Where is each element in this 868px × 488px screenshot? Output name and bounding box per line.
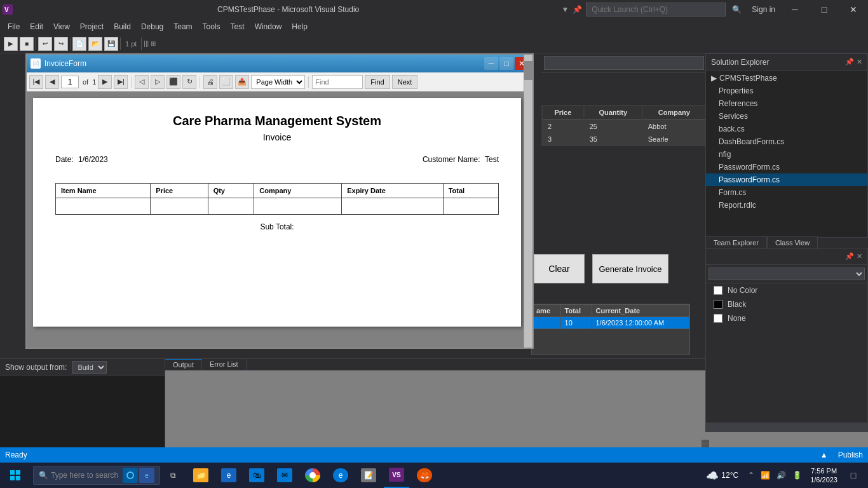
- toolbar-btn-new[interactable]: 📄: [72, 37, 86, 51]
- color-item-none[interactable]: None: [706, 311, 867, 325]
- toolbar-btn-open[interactable]: 📂: [88, 37, 102, 51]
- menu-debug[interactable]: Debug: [136, 21, 168, 32]
- price-quantity-table: Price Quantity Company 2 25 Abbot 3 35 S…: [541, 105, 707, 146]
- menu-edit[interactable]: Edit: [25, 21, 48, 32]
- restore-button[interactable]: □: [810, 0, 839, 19]
- find-input[interactable]: [312, 75, 363, 89]
- vs-app-icon: V: [0, 0, 15, 19]
- taskbar-ie[interactable]: e: [328, 463, 353, 488]
- menu-help[interactable]: Help: [287, 21, 313, 32]
- tab-team-explorer[interactable]: Team Explorer: [705, 236, 767, 249]
- quick-launch-input[interactable]: [586, 3, 726, 17]
- print-btn[interactable]: 🖨: [203, 75, 217, 89]
- sol-item-8[interactable]: PasswordForm.cs: [706, 173, 867, 186]
- taskbar-vs[interactable]: VS: [384, 463, 409, 488]
- pin-icon: 📌: [573, 5, 582, 14]
- menu-view[interactable]: View: [48, 21, 75, 32]
- tab-error-list[interactable]: Error List: [202, 359, 247, 370]
- sol-item-1[interactable]: Properties: [706, 85, 867, 97]
- sol-item-7[interactable]: PasswordForm.cs: [706, 161, 867, 173]
- menu-project[interactable]: Project: [75, 21, 109, 32]
- nav-prev[interactable]: ◀: [45, 75, 59, 89]
- toolbar-btn-1[interactable]: ▶: [4, 37, 18, 51]
- output-source-select[interactable]: Build: [72, 361, 107, 374]
- find-button[interactable]: Find: [365, 75, 390, 89]
- generate-invoice-button[interactable]: Generate Invoice: [592, 254, 668, 283]
- sol-item-6[interactable]: nfig: [706, 148, 867, 161]
- signin-button[interactable]: Sign in: [747, 5, 780, 14]
- weather-widget[interactable]: ☁️ 12°C: [702, 470, 742, 482]
- taskbar-store[interactable]: 🛍: [244, 463, 269, 488]
- zoom-select[interactable]: Page Width 100% 75%: [251, 75, 305, 89]
- nav-back[interactable]: ◁: [135, 75, 149, 89]
- props-pin[interactable]: 📌: [845, 252, 854, 261]
- nav-next-page[interactable]: ▶: [98, 75, 112, 89]
- tab-output[interactable]: Output: [165, 359, 202, 370]
- layout-btn[interactable]: ⬜: [219, 75, 233, 89]
- properties-search[interactable]: [544, 56, 704, 70]
- menu-build[interactable]: Build: [109, 21, 136, 32]
- sol-item-4[interactable]: back.cs: [706, 123, 867, 135]
- table-row[interactable]: 2 25 Abbot: [543, 121, 705, 132]
- stop-btn[interactable]: ⬛: [166, 75, 180, 89]
- menu-test[interactable]: Test: [226, 21, 250, 32]
- toolbar-btn-2[interactable]: ■: [20, 37, 34, 51]
- toolbar-btn-undo[interactable]: ↩: [38, 37, 52, 51]
- sol-item-0[interactable]: ▶ CPMSTestPhase: [706, 72, 867, 85]
- minimize-button[interactable]: ─: [780, 0, 810, 19]
- taskbar-firefox[interactable]: 🦊: [412, 463, 437, 488]
- taskbar-mail[interactable]: ✉: [272, 463, 297, 488]
- tray-network[interactable]: 📶: [759, 471, 772, 480]
- cell-price: 3: [543, 133, 583, 145]
- page-number-input[interactable]: [61, 76, 79, 88]
- sol-item-2[interactable]: References: [706, 97, 867, 110]
- menu-file[interactable]: File: [3, 21, 25, 32]
- nav-last[interactable]: ▶|: [114, 75, 128, 89]
- toolbar-btn-save[interactable]: 💾: [104, 37, 118, 51]
- props-dropdown[interactable]: [709, 268, 865, 280]
- invoice-data-row[interactable]: 10 1/6/2023 12:00:00 AM: [532, 317, 689, 329]
- menu-team[interactable]: Team: [168, 21, 197, 32]
- tray-battery[interactable]: 🔋: [790, 471, 804, 480]
- clear-button[interactable]: Clear: [534, 254, 585, 283]
- tray-up-arrow[interactable]: ⌃: [746, 471, 756, 480]
- menu-tools[interactable]: Tools: [198, 21, 226, 32]
- start-button[interactable]: [0, 463, 31, 488]
- menu-window[interactable]: Window: [250, 21, 287, 32]
- sol-exp-close[interactable]: ✕: [857, 58, 862, 66]
- publish-label[interactable]: Publish: [838, 451, 863, 459]
- customer-label: Customer Name:: [423, 155, 480, 164]
- toolbar-btn-redo[interactable]: ↪: [54, 37, 68, 51]
- color-item-no-color[interactable]: No Color: [706, 283, 867, 297]
- system-clock[interactable]: 7:56 PM 1/6/2023: [808, 466, 840, 485]
- sol-item-10[interactable]: Report.rdlc: [706, 199, 867, 212]
- color-item-black[interactable]: Black: [706, 297, 867, 311]
- notification-button[interactable]: □: [844, 463, 863, 488]
- export-btn[interactable]: 📤: [235, 75, 249, 89]
- taskbar-notepad[interactable]: 📝: [356, 463, 381, 488]
- sol-exp-pin[interactable]: 📌: [845, 58, 854, 66]
- refresh-btn[interactable]: ↻: [182, 75, 196, 89]
- sol-item-3[interactable]: Services: [706, 110, 867, 123]
- tray-volume[interactable]: 🔊: [775, 471, 788, 480]
- table-row[interactable]: 3 35 Searle: [543, 133, 705, 145]
- taskbar-search-box[interactable]: 🔍 Type here to search e: [33, 466, 160, 485]
- dialog-restore[interactable]: □: [499, 57, 513, 70]
- nav-first[interactable]: |◀: [29, 75, 43, 89]
- sol-item-5[interactable]: DashBoardForm.cs: [706, 135, 867, 148]
- props-close[interactable]: ✕: [857, 252, 862, 261]
- vs-titlebar: V CPMSTestPhase - Microsoft Visual Studi…: [0, 0, 868, 19]
- task-view-button[interactable]: ⧉: [163, 465, 183, 485]
- sol-item-9[interactable]: Form.cs: [706, 186, 867, 199]
- taskbar-edge[interactable]: e: [216, 463, 241, 488]
- nav-fwd[interactable]: ▷: [151, 75, 165, 89]
- taskbar-chrome[interactable]: [300, 463, 325, 488]
- close-button[interactable]: ✕: [839, 0, 868, 19]
- taskbar-file-explorer[interactable]: 📁: [188, 463, 214, 488]
- weather-icon: ☁️: [706, 470, 719, 482]
- dialog-minimize[interactable]: ─: [484, 57, 498, 70]
- tab-class-view[interactable]: Class View: [767, 236, 818, 249]
- next-button[interactable]: Next: [392, 75, 418, 89]
- report-scrollbar[interactable]: [524, 92, 532, 348]
- resize-handle[interactable]: ⋯: [702, 440, 709, 447]
